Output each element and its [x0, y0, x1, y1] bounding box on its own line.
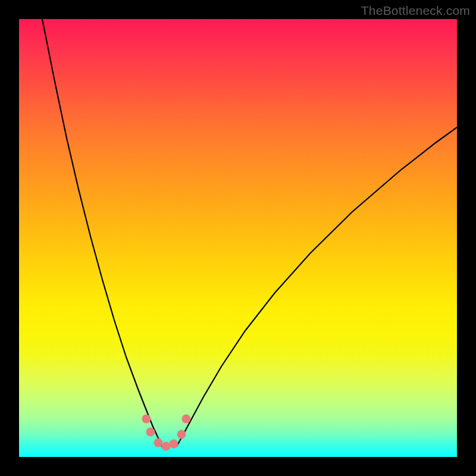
data-marker — [162, 442, 171, 451]
data-marker — [154, 439, 163, 447]
data-marker — [146, 428, 155, 437]
data-marker — [170, 440, 178, 449]
chart-svg — [19, 19, 457, 457]
data-marker — [142, 415, 151, 424]
curve-right-branch — [177, 127, 457, 446]
watermark-text: TheBottleneck.com — [361, 4, 470, 18]
curve-left-branch — [42, 19, 162, 446]
marker-group — [142, 415, 191, 451]
data-marker — [182, 415, 191, 424]
data-marker — [177, 430, 186, 439]
plot-area — [19, 19, 457, 457]
curve-group — [42, 19, 457, 446]
